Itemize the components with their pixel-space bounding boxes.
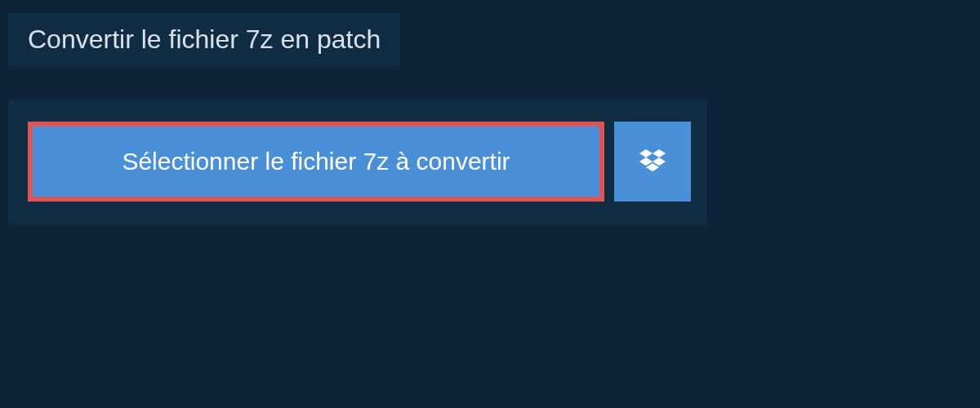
page-title: Convertir le fichier 7z en patch: [8, 13, 400, 66]
select-file-button[interactable]: Sélectionner le fichier 7z à convertir: [28, 122, 604, 202]
select-file-label: Sélectionner le fichier 7z à convertir: [122, 148, 510, 175]
main-container: Convertir le fichier 7z en patch Sélecti…: [0, 0, 980, 237]
dropbox-icon: [639, 149, 666, 174]
upload-panel: Sélectionner le fichier 7z à convertir: [8, 99, 707, 224]
dropbox-button[interactable]: [614, 122, 691, 202]
